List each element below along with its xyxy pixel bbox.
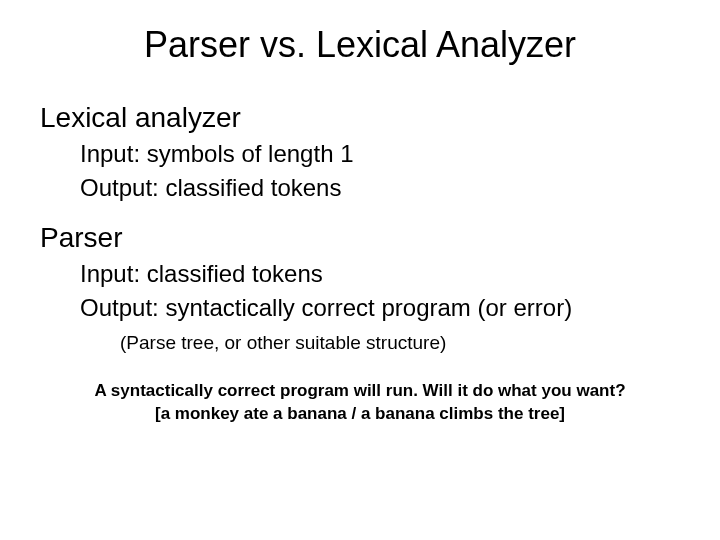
- note-text: A syntactically correct program will run…: [94, 380, 625, 426]
- parser-heading: Parser: [40, 222, 720, 254]
- lexical-output: Output: classified tokens: [80, 174, 720, 202]
- parser-detail: (Parse tree, or other suitable structure…: [120, 332, 720, 354]
- slide: Parser vs. Lexical Analyzer Lexical anal…: [0, 0, 720, 540]
- parser-input: Input: classified tokens: [80, 260, 720, 288]
- lexical-heading: Lexical analyzer: [40, 102, 720, 134]
- note-line-2: [a monkey ate a banana / a banana climbs…: [155, 404, 565, 423]
- note-block: A syntactically correct program will run…: [0, 380, 720, 426]
- parser-output: Output: syntactically correct program (o…: [80, 294, 720, 322]
- lexical-input: Input: symbols of length 1: [80, 140, 720, 168]
- note-line-1: A syntactically correct program will run…: [94, 381, 625, 400]
- slide-title: Parser vs. Lexical Analyzer: [0, 0, 720, 82]
